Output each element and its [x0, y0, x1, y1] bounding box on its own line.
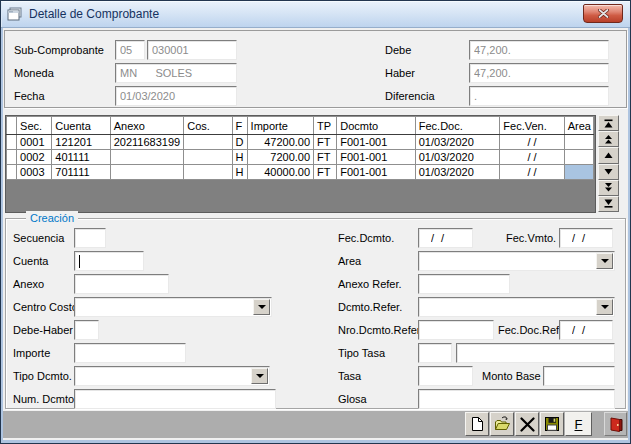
tasa-input[interactable] [419, 367, 472, 385]
debe-label: Debe [385, 40, 411, 60]
grid-cell[interactable]: 40000.00 [247, 165, 313, 180]
grid-cell[interactable]: H [232, 150, 247, 165]
row-selector-cell[interactable] [7, 150, 17, 165]
chevron-down-icon[interactable] [253, 299, 270, 315]
arrow-up-icon[interactable] [598, 147, 619, 163]
fec-vmto-field[interactable] [559, 228, 613, 248]
grid-cell[interactable]: H [232, 165, 247, 180]
open-button[interactable] [490, 412, 514, 436]
save-button[interactable] [540, 412, 564, 436]
grid-cell[interactable] [184, 150, 232, 165]
grid-cell[interactable]: 47200.00 [247, 135, 313, 150]
chevron-down-icon[interactable] [596, 253, 613, 269]
grid-cell[interactable]: / / [500, 150, 564, 165]
delete-button[interactable] [515, 412, 539, 436]
anexo-label: Anexo [13, 274, 44, 294]
anexo-field[interactable] [74, 274, 169, 294]
secuencia-input[interactable] [75, 229, 105, 247]
tasa-field[interactable] [418, 366, 473, 386]
title-bar[interactable]: Detalle de Comprobante [1, 1, 630, 28]
table-row[interactable]: 0002 401111 H 7200.00 FT F001-001 01/03/… [7, 150, 594, 165]
exit-button[interactable] [604, 412, 627, 436]
tipo-tasa-code-field[interactable] [418, 343, 452, 363]
grid-cell[interactable]: 121201 [52, 135, 110, 150]
page-up-icon[interactable] [598, 131, 619, 147]
grid-cell[interactable]: 0001 [17, 135, 52, 150]
moneda-label: Moneda [14, 63, 54, 83]
new-button[interactable] [465, 412, 489, 436]
importe-field[interactable] [74, 343, 186, 363]
grid-cell[interactable] [184, 165, 232, 180]
page-down-icon[interactable] [598, 180, 619, 196]
close-button[interactable] [583, 4, 623, 23]
row-selector-cell[interactable] [7, 165, 17, 180]
debe-haber-input[interactable] [75, 321, 98, 339]
num-dcmto-field[interactable] [74, 389, 276, 409]
grid-cell[interactable]: F001-001 [337, 150, 416, 165]
monto-base-field[interactable] [543, 366, 615, 386]
tipo-dcmto-combo[interactable] [74, 366, 270, 386]
cuenta-input[interactable] [75, 252, 143, 270]
num-dcmto-input[interactable] [75, 390, 275, 408]
grid-cell[interactable]: 01/03/2020 [415, 165, 500, 180]
nro-dcmto-refer-input[interactable] [419, 321, 493, 339]
text-caret [79, 255, 80, 268]
grid-cell[interactable]: FT [314, 165, 337, 180]
grid-cell[interactable]: F001-001 [337, 135, 416, 150]
grid-cell[interactable]: F001-001 [337, 165, 416, 180]
table-row[interactable]: 0003 701111 H 40000.00 FT F001-001 01/03… [7, 165, 594, 180]
grid-cell[interactable]: 01/03/2020 [415, 135, 500, 150]
grid-cell[interactable]: / / [500, 165, 564, 180]
fec-dcmto-input[interactable] [419, 229, 472, 247]
importe-input[interactable] [75, 344, 185, 362]
fec-doc-ref-input[interactable] [560, 321, 612, 339]
chevron-down-icon[interactable] [596, 299, 613, 315]
fec-doc-ref-field[interactable] [559, 320, 613, 340]
grid-cell[interactable] [110, 165, 184, 180]
cuenta-field[interactable] [74, 251, 144, 271]
grid-cell[interactable]: 701111 [52, 165, 110, 180]
grid-cell[interactable]: FT [314, 135, 337, 150]
table-row[interactable]: 0001 121201 20211683199 D 47200.00 FT F0… [7, 135, 594, 150]
anexo-refer-input[interactable] [419, 275, 509, 293]
fec-dcmto-field[interactable] [418, 228, 473, 248]
arrow-down-icon[interactable] [598, 164, 619, 180]
dcmto-refer-label: Dcmto.Refer. [338, 297, 402, 317]
grid-cell[interactable] [564, 150, 593, 165]
debe-haber-field[interactable] [74, 320, 99, 340]
grid-cell[interactable]: 7200.00 [247, 150, 313, 165]
grid-cell[interactable]: 401111 [52, 150, 110, 165]
grid-cell[interactable]: FT [314, 150, 337, 165]
centro-costo-combo[interactable] [74, 297, 272, 317]
grid-cell[interactable]: 0003 [17, 165, 52, 180]
sub-comprobante-number-field [147, 40, 237, 60]
grid-cell[interactable] [184, 135, 232, 150]
secuencia-field[interactable] [74, 228, 106, 248]
monto-base-input[interactable] [544, 367, 614, 385]
fec-vmto-input[interactable] [560, 229, 612, 247]
anexo-refer-field[interactable] [418, 274, 510, 294]
dcmto-refer-combo[interactable] [418, 297, 615, 317]
num-dcmto-label: Num. Dcmto. [13, 389, 77, 409]
grid-cell[interactable]: 0002 [17, 150, 52, 165]
grid-cell[interactable] [110, 150, 184, 165]
scroll-to-top-icon[interactable] [598, 115, 619, 131]
grid-cell[interactable] [564, 135, 593, 150]
tipo-tasa-desc-field[interactable] [456, 343, 615, 363]
area-combo[interactable] [418, 251, 615, 271]
f-button[interactable]: F [565, 412, 592, 436]
tipo-tasa-desc-input[interactable] [457, 344, 614, 362]
anexo-input[interactable] [75, 275, 168, 293]
grid-cell[interactable]: D [232, 135, 247, 150]
row-selector-cell[interactable] [7, 135, 17, 150]
grid-cell[interactable]: 01/03/2020 [415, 150, 500, 165]
glosa-input[interactable] [419, 390, 614, 408]
grid-cell[interactable]: 20211683199 [110, 135, 184, 150]
nro-dcmto-refer-field[interactable] [418, 320, 494, 340]
scroll-to-bottom-icon[interactable] [598, 196, 619, 212]
grid-cell[interactable]: / / [500, 135, 564, 150]
tipo-tasa-code-input[interactable] [419, 344, 451, 362]
grid-cell-selected[interactable] [564, 165, 593, 180]
glosa-field[interactable] [418, 389, 615, 409]
chevron-down-icon[interactable] [251, 368, 268, 384]
